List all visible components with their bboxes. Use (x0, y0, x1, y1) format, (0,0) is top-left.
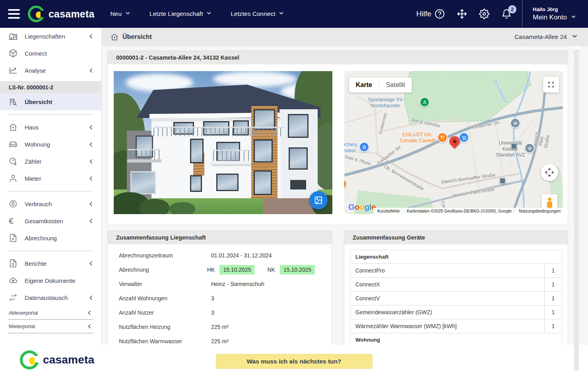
archery-marker[interactable] (359, 142, 369, 152)
sidebar-item-gesamtkosten[interactable]: €Gesamtkosten (0, 213, 101, 230)
sidebar-item-liegenschaften[interactable]: Liegenschaften (0, 28, 101, 45)
footer: casameta Was muss ich als nächstes tun? (0, 345, 588, 375)
nav-dropdown-letzte-liegenschaft[interactable]: Letzte Liegenschaft (149, 10, 212, 17)
help-circle-icon (435, 9, 445, 19)
topbar-actions: Hilfe 2 Hallo Jörg Mein Konto (416, 0, 588, 28)
brand-logo[interactable]: casameta (28, 6, 95, 22)
exchange-icon (9, 293, 19, 303)
transit-stop-marker[interactable] (511, 143, 517, 149)
main-content: 0000001-2 - Casameta-Allee 24, 34132 Kas… (102, 46, 588, 345)
person-icon (9, 174, 19, 184)
summary-row-value: 225 m² (211, 324, 229, 330)
notifications-bell-icon[interactable]: 2 (501, 9, 512, 19)
school-marker[interactable] (524, 143, 535, 153)
hk-date-chip[interactable]: 15.10.2025 (219, 265, 254, 274)
sidebar-section-header: LS-Nr. 0000001-2 (0, 81, 101, 93)
casameta-logo-icon (28, 6, 45, 22)
help-label: Hilfe (416, 10, 431, 18)
map-terms-link[interactable]: Nutzungsbedingungen (519, 209, 561, 213)
property-summary-title: Zusammenfassung Liegenschaft (116, 234, 206, 241)
sidebar-item-ableserportal[interactable]: Ableserportal (8, 306, 93, 320)
property-selector[interactable]: Casameta-Allee 24 (514, 33, 578, 41)
summary-row: AbrechnungHK15.10.2025NK15.10.2025 (119, 263, 324, 277)
map-shortcuts-link[interactable]: Kurzbefehle (377, 209, 400, 213)
sidebar-item-label: Datenaustausch (25, 294, 88, 301)
nk-label: NK (267, 267, 275, 273)
nav-dropdown-neu[interactable]: Neu (111, 10, 130, 17)
sidebar-item-connect[interactable]: Connect (0, 45, 101, 62)
transit-stop-marker[interactable] (500, 178, 506, 184)
property-summary-card: Zusammenfassung Liegenschaft Abrechnungs… (107, 230, 332, 345)
summary-row-value: 3 (211, 309, 214, 316)
nav-dropdown-letztes-connect[interactable]: Letztes Connect (231, 10, 284, 17)
map[interactable]: Sportanlage SV NordshausenDönchebachAuf … (344, 71, 563, 214)
account-menu[interactable]: Hallo Jörg Mein Konto (522, 0, 588, 28)
sidebar-item-label: Verbrauch (25, 201, 88, 207)
chevron-left-icon (88, 141, 94, 147)
settings-gear-icon[interactable] (479, 9, 489, 19)
fullscreen-icon[interactable] (543, 77, 559, 93)
devices-table: LiegenschaftConnectPro1ConnectX1ConnectV… (350, 250, 562, 345)
account-label: Mein Konto (533, 14, 567, 21)
scrollbar[interactable] (574, 46, 579, 375)
sidebar-item-wohnung[interactable]: Wohnung (0, 136, 101, 153)
euro-icon: € (9, 216, 19, 226)
sidebar-item-label: Mieter (25, 175, 88, 182)
sidebar-divider (8, 114, 93, 115)
help-button[interactable]: Hilfe (416, 9, 445, 19)
device-name: ConnectX (350, 278, 545, 292)
sidebar-item-mieterportal[interactable]: Mieterportal (8, 320, 93, 333)
nk-date-chip[interactable]: 15.10.2025 (280, 265, 315, 274)
pan-control-icon[interactable] (541, 164, 558, 181)
sidebar-item-label: Wohnung (25, 141, 88, 148)
sidebar-item-eigene-dokumente[interactable]: Eigene Dokumente (0, 272, 101, 289)
property-summary-body: Abrechnungszeitraum01.01.2024 - 31.12.20… (108, 244, 332, 345)
chevron-left-icon (88, 261, 94, 267)
brand-name: casameta (49, 8, 95, 20)
device-group-name: Liegenschaft (350, 250, 562, 264)
move-icon[interactable] (457, 9, 467, 19)
devices-summary-card: Zusammenfassung Geräte LiegenschaftConne… (344, 230, 568, 345)
satellite-view-button[interactable]: Satellit (379, 77, 412, 93)
school-marker[interactable] (510, 118, 520, 128)
building-search-icon (9, 97, 19, 107)
map-view-button[interactable]: Karte (349, 77, 379, 93)
restaurant-marker[interactable] (437, 132, 448, 143)
sports-marker[interactable] (419, 97, 430, 107)
nav-dropdown-label: Neu (111, 10, 122, 17)
sidebar-item-verbrauch[interactable]: Verbrauch (0, 195, 101, 213)
sidebar-item-berichte[interactable]: Berichte (0, 255, 101, 272)
summary-row: Anzahl Nutzer3 (119, 305, 324, 320)
sidebar-item-abrechnung[interactable]: Abrechnung (0, 230, 101, 247)
sidebar-divider (8, 191, 93, 191)
sidebar-item-datenaustausch[interactable]: Datenaustausch (0, 289, 101, 306)
next-step-button[interactable]: Was muss ich als nächstes tun? (216, 354, 372, 369)
device-count: 1 (545, 278, 562, 292)
chevron-left-icon (88, 159, 94, 164)
sidebar-item-ubersicht[interactable]: Übersicht (0, 93, 101, 110)
hamburger-menu-button[interactable] (8, 9, 20, 19)
property-title: 0000001-2 - Casameta-Allee 24, 34132 Kas… (116, 54, 239, 61)
chevron-left-icon (88, 68, 94, 73)
sidebar-item-label: Liegenschaften (25, 33, 88, 40)
sidebar-item-zahler[interactable]: Zähler (0, 153, 101, 170)
map-data-attribution: Kartendaten ©2025 GeoBasis-DE/BKG (©2009… (407, 209, 512, 213)
sidebar-item-haus[interactable]: Haus (0, 119, 101, 136)
device-row: ConnectPro1 (350, 264, 562, 278)
summary-row-value: Heinz - Sonnenschuh (211, 281, 264, 287)
summary-row-label: Abrechnungszeitraum (119, 252, 211, 259)
casameta-logo-icon (20, 350, 39, 369)
device-row: ConnectV1 (350, 292, 562, 305)
cloud-upload-icon (9, 276, 19, 286)
summary-row: Abrechnungszeitraum01.01.2024 - 31.12.20… (119, 248, 324, 263)
sidebar-item-mieter[interactable]: Mieter (0, 170, 101, 187)
scrollbar-thumb[interactable] (574, 49, 579, 371)
shopping-marker[interactable] (459, 132, 469, 143)
sidebar-item-analyse[interactable]: Analyse (0, 62, 101, 79)
sidebar: LiegenschaftenConnectAnalyseLS-Nr. 00000… (0, 28, 102, 346)
devices-summary-title: Zusammenfassung Geräte (353, 234, 425, 241)
summary-row: VerwalterHeinz - Sonnenschuh (119, 277, 324, 291)
photo-gallery-button[interactable] (309, 191, 328, 209)
sidebar-item-label: Eigene Dokumente (25, 277, 94, 284)
devices-summary-body: LiegenschaftConnectPro1ConnectX1ConnectV… (344, 244, 568, 345)
